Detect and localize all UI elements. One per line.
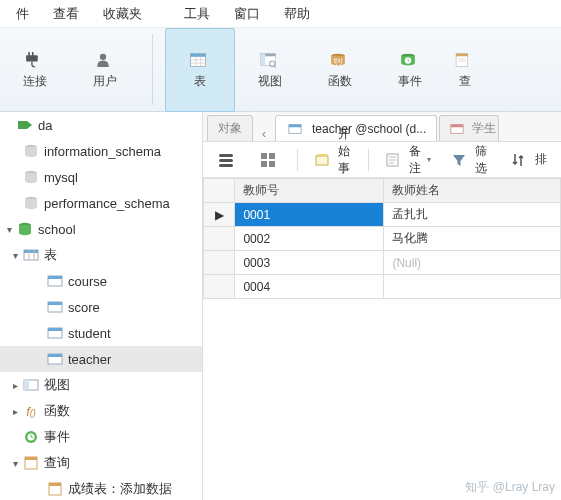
tab-bar: 对象 ‹ teacher @school (d... 学生 xyxy=(203,112,561,142)
tab-scroll-left[interactable]: ‹ xyxy=(255,127,273,141)
btn-grid-view[interactable] xyxy=(251,147,289,173)
dropdown-icon: ▾ xyxy=(427,155,431,164)
ribbon-user[interactable]: 用户 xyxy=(70,28,140,112)
group-functions[interactable]: ▸ f() 函数 xyxy=(0,398,202,424)
ribbon-func-label: 函数 xyxy=(328,73,352,90)
table-course[interactable]: course xyxy=(0,268,202,294)
query-icon xyxy=(454,51,472,69)
svg-rect-61 xyxy=(269,161,275,167)
cell-name[interactable]: 马化腾 xyxy=(384,227,561,251)
ribbon: 连接 用户 表 视图 f(x) 函数 事件 查 xyxy=(0,28,561,112)
user-icon xyxy=(94,51,112,69)
table-row[interactable]: 0003 (Null) xyxy=(204,251,561,275)
btn-list-view[interactable] xyxy=(209,147,247,173)
table-icon xyxy=(450,120,464,138)
menu-window[interactable]: 窗口 xyxy=(222,1,272,27)
cell-name[interactable]: (Null) xyxy=(384,251,561,275)
menu-fav[interactable]: 收藏夹 xyxy=(91,1,154,27)
svg-rect-38 xyxy=(48,328,62,331)
col-teacher-id[interactable]: 教师号 xyxy=(235,179,384,203)
table-item-icon xyxy=(46,272,64,290)
group-queries[interactable]: ▾ 查询 xyxy=(0,450,202,476)
row-marker[interactable] xyxy=(204,275,235,299)
query-item[interactable]: 成绩表：添加数据 xyxy=(0,476,202,500)
row-marker[interactable]: ▶ xyxy=(204,203,235,227)
db-mysql[interactable]: mysql xyxy=(0,164,202,190)
tab-objects[interactable]: 对象 xyxy=(207,115,253,141)
cell-id[interactable]: 0003 xyxy=(235,251,384,275)
db-information-schema[interactable]: information_schema xyxy=(0,138,202,164)
menu-view[interactable]: 查看 xyxy=(41,1,91,27)
tab-student[interactable]: 学生 xyxy=(439,115,499,141)
svg-rect-48 xyxy=(25,457,37,460)
btn-start-transaction[interactable]: 开始事务 xyxy=(306,147,361,173)
views-group-icon xyxy=(22,376,40,394)
row-marker[interactable] xyxy=(204,251,235,275)
db-label: information_schema xyxy=(44,144,202,159)
col-teacher-name[interactable]: 教师姓名 xyxy=(384,179,561,203)
btn-filter-label: 筛选 xyxy=(475,143,489,177)
table-row[interactable]: 0004 xyxy=(204,275,561,299)
menu-help[interactable]: 帮助 xyxy=(272,1,322,27)
btn-filter[interactable]: 筛选 xyxy=(443,147,497,173)
tab-teacher-label: teacher @school (d... xyxy=(312,122,426,136)
svg-rect-52 xyxy=(289,124,301,127)
menu-file[interactable]: 件 xyxy=(4,1,41,27)
table-label: course xyxy=(68,274,202,289)
svg-rect-5 xyxy=(191,53,206,56)
db-label: performance_schema xyxy=(44,196,202,211)
ribbon-table[interactable]: 表 xyxy=(165,28,235,112)
svg-rect-12 xyxy=(261,53,266,65)
chevron-right-icon[interactable]: ▸ xyxy=(8,406,22,417)
events-group-icon xyxy=(22,428,40,446)
db-label: mysql xyxy=(44,170,202,185)
cell-name[interactable]: 孟扎扎 xyxy=(384,203,561,227)
chevron-right-icon[interactable]: ▸ xyxy=(8,380,22,391)
cell-name[interactable] xyxy=(384,275,561,299)
table-teacher[interactable]: teacher xyxy=(0,346,202,372)
conn-da[interactable]: da xyxy=(0,112,202,138)
svg-rect-62 xyxy=(316,156,328,165)
row-marker[interactable] xyxy=(204,227,235,251)
chevron-down-icon[interactable]: ▾ xyxy=(8,250,22,261)
menu-tools[interactable]: 工具 xyxy=(172,1,222,27)
query-label: 成绩表：添加数据 xyxy=(68,480,202,498)
database-icon xyxy=(22,194,40,212)
data-grid[interactable]: 教师号 教师姓名 ▶ 0001 孟扎扎 0002 马化腾 0003 (Null)… xyxy=(203,178,561,299)
chevron-down-icon[interactable]: ▾ xyxy=(8,458,22,469)
svg-rect-60 xyxy=(261,161,267,167)
ribbon-event-label: 事件 xyxy=(398,73,422,90)
svg-point-3 xyxy=(100,53,106,59)
table-row[interactable]: 0002 马化腾 xyxy=(204,227,561,251)
view-icon xyxy=(259,51,277,69)
ribbon-view[interactable]: 视图 xyxy=(235,28,305,112)
ribbon-event[interactable]: 事件 xyxy=(375,28,445,112)
cell-id[interactable]: 0002 xyxy=(235,227,384,251)
ribbon-connect[interactable]: 连接 xyxy=(0,28,70,112)
cell-id[interactable]: 0004 xyxy=(235,275,384,299)
svg-rect-2 xyxy=(32,52,34,56)
tables-group-icon xyxy=(22,246,40,264)
ribbon-query[interactable]: 查 xyxy=(445,28,485,112)
table-row[interactable]: ▶ 0001 孟扎扎 xyxy=(204,203,561,227)
db-performance-schema[interactable]: performance_schema xyxy=(0,190,202,216)
chevron-down-icon[interactable]: ▾ xyxy=(2,224,16,235)
tab-teacher[interactable]: teacher @school (d... xyxy=(275,115,437,141)
btn-remark[interactable]: 备注 ▾ xyxy=(377,147,439,173)
database-icon xyxy=(22,142,40,160)
svg-rect-56 xyxy=(219,159,233,162)
table-student[interactable]: student xyxy=(0,320,202,346)
group-views[interactable]: ▸ 视图 xyxy=(0,372,202,398)
group-events[interactable]: 事件 xyxy=(0,424,202,450)
group-tables[interactable]: ▾ 表 xyxy=(0,242,202,268)
cell-id[interactable]: 0001 xyxy=(235,203,384,227)
svg-rect-22 xyxy=(456,53,468,56)
svg-rect-34 xyxy=(48,276,62,279)
main-area: da information_schema mysql performance_… xyxy=(0,112,561,500)
sort-icon xyxy=(509,151,527,169)
db-school[interactable]: ▾ school xyxy=(0,216,202,242)
btn-sort[interactable]: 排 xyxy=(501,147,555,173)
svg-rect-1 xyxy=(28,52,30,56)
ribbon-func[interactable]: f(x) 函数 xyxy=(305,28,375,112)
table-score[interactable]: score xyxy=(0,294,202,320)
